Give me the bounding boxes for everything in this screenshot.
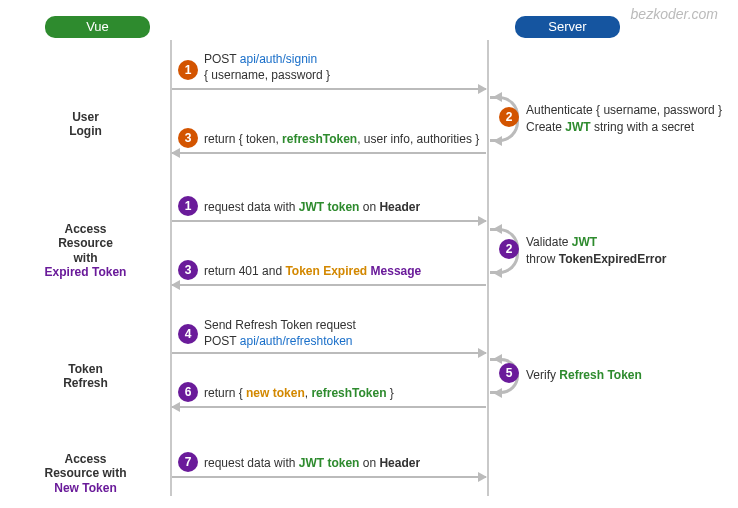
arrow-7 [172,476,486,478]
arrow-1 [172,88,486,90]
step-e3: 3 [178,260,198,280]
server-header: Server [515,16,620,38]
note-2: Authenticate { username, password } Crea… [526,102,722,136]
note-5: Verify Refresh Token [526,367,642,384]
step-3: 3 [178,128,198,148]
arrow-6 [172,406,486,408]
msg-1: POST api/auth/signin { username, passwor… [204,52,330,83]
arrow-4 [172,352,486,354]
section-newtoken: AccessResource withNew Token [8,452,163,495]
step-7: 7 [178,452,198,472]
msg-7: request data with JWT token on Header [204,456,420,472]
arrow-3 [172,152,486,154]
msg-e3: return 401 and Token Expired Message [204,264,421,280]
step-2: 2 [499,107,519,127]
step-e2: 2 [499,239,519,259]
step-5: 5 [499,363,519,383]
section-refresh: TokenRefresh [8,362,163,391]
note-e2: Validate JWT throw TokenExpiredError [526,234,667,268]
watermark: bezkoder.com [631,6,718,22]
vue-header: Vue [45,16,150,38]
section-expired: AccessResourcewithExpired Token [8,222,163,280]
msg-e1: request data with JWT token on Header [204,200,420,216]
arrow-e1 [172,220,486,222]
step-6: 6 [178,382,198,402]
msg-4: Send Refresh Token request POST api/auth… [204,318,356,349]
msg-3: return { token, refreshToken, user info,… [204,132,479,148]
vue-lifeline [170,40,172,496]
step-e1: 1 [178,196,198,216]
msg-6: return { new token, refreshToken } [204,386,394,402]
arrow-e3 [172,284,486,286]
section-user-login: UserLogin [8,110,163,139]
step-1: 1 [178,60,198,80]
step-4: 4 [178,324,198,344]
